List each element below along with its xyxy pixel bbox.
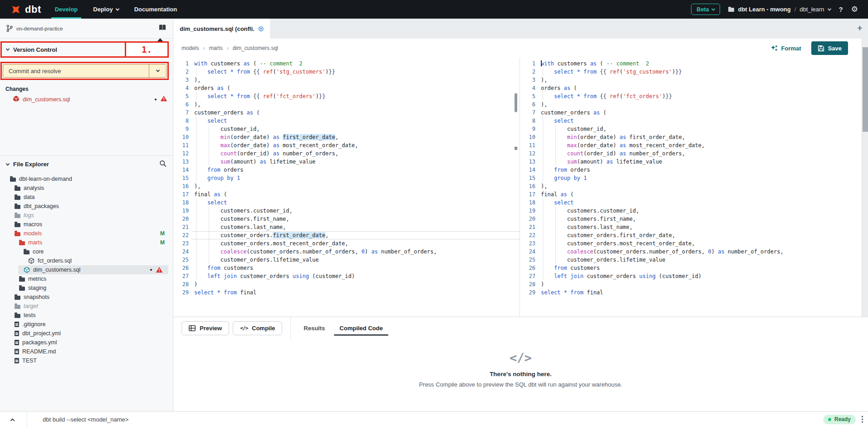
tree-item-metrics[interactable]: metrics	[0, 274, 173, 283]
chevron-down-icon	[827, 7, 831, 10]
git-branch-icon	[6, 25, 13, 32]
branch-menu[interactable]: dbt_learn	[799, 6, 824, 13]
code-line: 12 count(order_id) as number_of_orders,	[173, 149, 520, 158]
tree-item-dbt-learn-on-demand[interactable]: dbt-learn-on-demand	[0, 174, 173, 184]
chevron-down-icon	[6, 162, 10, 165]
tree-item-target[interactable]: target	[0, 302, 173, 311]
code-line: 11 max(order_date) as most_recent_order_…	[173, 141, 520, 149]
file-icon	[15, 331, 19, 336]
tree-item-logs[interactable]: logs	[0, 211, 173, 220]
new-tab-button[interactable]: +	[857, 22, 863, 34]
format-button[interactable]: Format	[770, 45, 801, 52]
line-number: 6	[520, 100, 535, 109]
nav-item-documentation[interactable]: Documentation	[134, 0, 177, 19]
line-number: 19	[173, 207, 189, 215]
tree-item-models[interactable]: modelsM	[0, 229, 173, 238]
tree-item-staging[interactable]: staging	[0, 283, 173, 293]
model-file-icon	[13, 95, 20, 104]
code-line: 22 customer_orders.first_order_date,	[520, 231, 868, 239]
line-number: 12	[520, 149, 535, 158]
nav-item-develop[interactable]: Develop	[55, 0, 78, 19]
breadcrumb-item[interactable]: dim_customers.sql	[233, 45, 278, 51]
folder-icon	[24, 250, 29, 254]
file-icon	[15, 322, 19, 327]
preview-button[interactable]: Preview	[181, 321, 229, 335]
commit-and-resolve-button[interactable]: Commit and resolve	[3, 64, 167, 78]
tree-item-test[interactable]: TEST	[0, 356, 173, 365]
tree-item--gitignore[interactable]: .gitignore	[0, 320, 173, 329]
folder-icon	[15, 205, 20, 209]
line-number: 19	[520, 207, 535, 215]
help-icon[interactable]: ?	[839, 5, 843, 13]
file-explorer-header[interactable]: File Explorer	[0, 156, 173, 173]
project-name: dbt Learn - mwong	[738, 6, 790, 13]
line-number: 10	[520, 133, 535, 141]
tree-item-macros[interactable]: macros	[0, 220, 173, 229]
project-switcher[interactable]: dbt Learn - mwong / dbt_learn	[728, 6, 830, 13]
tree-item-label: TEST	[22, 357, 37, 364]
editor-scrollbar[interactable]	[862, 39, 868, 317]
tab-dim-customers[interactable]: dim_customers.sql (confli...	[173, 19, 270, 39]
tree-item-dbt-packages[interactable]: dbt_packages	[0, 202, 173, 211]
folder-icon	[10, 178, 16, 182]
tree-item-tests[interactable]: tests	[0, 311, 173, 320]
collapse-chevron-up-icon[interactable]	[11, 415, 14, 423]
annotation-box-commit: Commit and resolve	[0, 62, 169, 80]
tree-item-dim-customers-sql[interactable]: dim_customers.sql	[18, 265, 168, 274]
line-number: 15	[173, 174, 189, 182]
line-number: 25	[520, 256, 535, 264]
code-line: 3),	[173, 76, 520, 84]
tree-item-marts[interactable]: martsM	[0, 238, 173, 247]
tree-item-snapshots[interactable]: snapshots	[0, 293, 173, 302]
tree-item-dbt-project-yml[interactable]: dbt_project.yml	[0, 329, 173, 338]
code-editor-left[interactable]: 1with customers as ( -- comment 22 selec…	[173, 58, 520, 317]
line-number: 5	[520, 92, 535, 100]
open-book-icon[interactable]	[158, 24, 167, 33]
git-branch-row[interactable]: on-demand-practice	[0, 19, 173, 39]
tree-item-fct-orders-sql[interactable]: fct_orders.sql	[0, 256, 173, 265]
breadcrumb-item[interactable]: models	[181, 45, 199, 51]
tree-item-readme-md[interactable]: README.md	[0, 347, 173, 356]
changed-file-row[interactable]: dim_customers.sql	[0, 95, 173, 104]
commit-dropdown-caret[interactable]	[149, 65, 166, 77]
nav-item-label: Deploy	[93, 6, 113, 13]
nav-item-label: Documentation	[134, 6, 177, 13]
kebab-menu-icon[interactable]	[861, 415, 863, 423]
line-number: 24	[520, 248, 535, 256]
line-number: 12	[173, 149, 189, 158]
code-editor-right[interactable]: 1with customers as ( -- comment 22 selec…	[520, 58, 868, 317]
gear-icon[interactable]: ⚙	[851, 5, 858, 14]
pane-scrollbar-thumb[interactable]	[515, 93, 517, 112]
tree-item-analysis[interactable]: analysis	[0, 184, 173, 193]
code-line: 28)	[173, 280, 520, 288]
breadcrumb-item[interactable]: marts	[209, 45, 223, 51]
compile-button[interactable]: </> Compile	[233, 321, 282, 335]
table-icon	[189, 325, 196, 331]
command-input[interactable]: dbt build --select <model_name>	[43, 416, 128, 423]
ready-dot-icon	[828, 418, 831, 421]
line-number: 14	[520, 166, 535, 174]
tree-item-data[interactable]: data	[0, 193, 173, 202]
chevron-down-icon[interactable]	[6, 47, 10, 50]
panel-tab-results[interactable]: Results	[296, 317, 332, 339]
search-icon[interactable]	[159, 160, 167, 169]
nav-item-deploy[interactable]: Deploy	[93, 0, 118, 19]
tree-item-label: dim_customers.sql	[33, 267, 80, 273]
line-number: 28	[520, 280, 535, 288]
dbt-logo[interactable]: dbt	[10, 4, 41, 15]
beta-dropdown[interactable]: Beta	[691, 4, 720, 15]
folder-icon	[15, 196, 20, 200]
tree-item-packages-yml[interactable]: packages.yml	[0, 338, 173, 347]
tab-label: dim_customers.sql (confli...	[180, 25, 254, 32]
scrollbar-thumb[interactable]	[863, 47, 868, 132]
save-button[interactable]: Save	[811, 41, 848, 55]
tree-item-label: .gitignore	[22, 321, 45, 328]
line-number: 10	[173, 133, 189, 141]
panel-tab-compiled-code[interactable]: Compiled Code	[332, 317, 390, 339]
code-line: 22 customer_orders.first_order_date,	[173, 231, 520, 239]
chevron-down-icon	[115, 7, 119, 10]
tree-item-label: tests	[24, 312, 35, 318]
tree-item-core[interactable]: core	[0, 247, 173, 256]
code-line: 1with customers as ( -- comment 2	[520, 60, 868, 68]
results-panel: Preview </> Compile ResultsCompiled Code…	[173, 317, 868, 411]
